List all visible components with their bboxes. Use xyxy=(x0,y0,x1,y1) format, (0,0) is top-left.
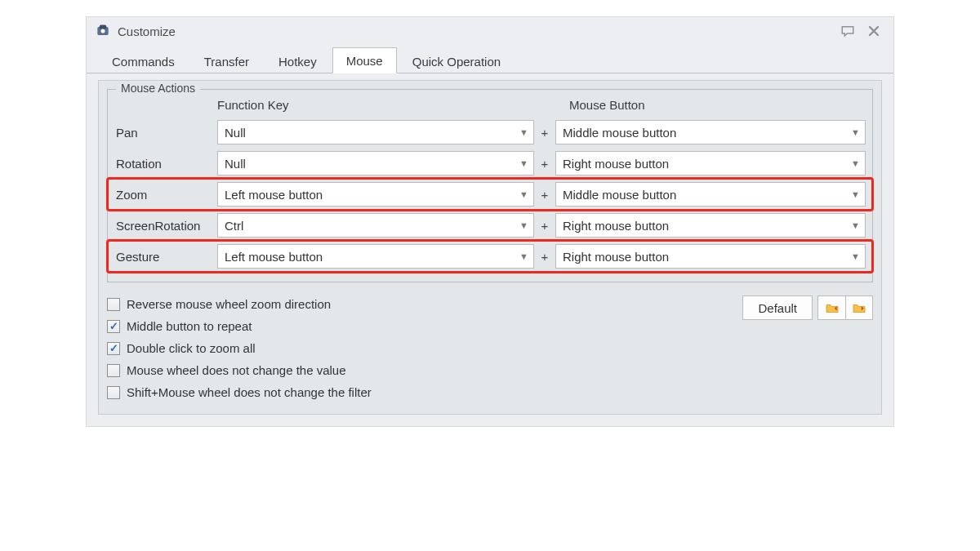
column-headers: Function Key Mouse Button xyxy=(108,95,872,117)
row-label: Zoom xyxy=(113,188,217,202)
export-button[interactable] xyxy=(845,295,873,320)
titlebar: Customize xyxy=(87,17,893,43)
reverse-wheel-checkbox[interactable] xyxy=(107,298,120,311)
plus-label: + xyxy=(534,126,555,140)
wheel-no-value-label: Mouse wheel does not change the value xyxy=(127,363,346,377)
header-mouse-button: Mouse Button xyxy=(564,98,866,112)
close-button[interactable] xyxy=(862,22,885,40)
plus-label: + xyxy=(534,219,555,233)
tab-bar: Commands Transfer Hotkey Mouse Quick Ope… xyxy=(87,43,893,73)
zoom-function-key-select[interactable]: Left mouse button ▼ xyxy=(217,182,534,207)
folder-export-icon xyxy=(852,302,866,313)
row-screenrotation: ScreenRotation Ctrl ▼ + Right mouse butt… xyxy=(108,210,872,241)
chevron-down-icon: ▼ xyxy=(519,189,528,199)
plus-label: + xyxy=(534,250,555,264)
pan-mouse-button-select[interactable]: Middle mouse button ▼ xyxy=(555,120,866,144)
row-rotation: Rotation Null ▼ + Right mouse button ▼ xyxy=(108,148,872,179)
option-wheel-no-value-row: Mouse wheel does not change the value xyxy=(107,363,873,377)
screenrotation-function-key-select[interactable]: Ctrl ▼ xyxy=(217,213,534,238)
rotation-function-key-select[interactable]: Null ▼ xyxy=(217,151,534,176)
mouse-panel: Mouse Actions Function Key Mouse Button … xyxy=(98,80,882,415)
tab-transfer[interactable]: Transfer xyxy=(190,48,263,73)
chevron-down-icon: ▼ xyxy=(851,189,860,199)
chevron-down-icon: ▼ xyxy=(851,127,860,137)
option-double-click-zoom-row: Double click to zoom all xyxy=(107,341,873,355)
plus-label: + xyxy=(534,157,555,171)
chevron-down-icon: ▼ xyxy=(851,158,860,168)
rotation-mouse-button-select[interactable]: Right mouse button ▼ xyxy=(555,151,866,176)
row-label: ScreenRotation xyxy=(113,219,217,233)
chevron-down-icon: ▼ xyxy=(851,220,860,230)
middle-repeat-label: Middle button to repeat xyxy=(127,319,252,333)
app-icon xyxy=(95,23,111,39)
tab-hotkey[interactable]: Hotkey xyxy=(265,48,331,73)
import-button[interactable] xyxy=(817,295,845,320)
chevron-down-icon: ▼ xyxy=(519,220,528,230)
screenrotation-mouse-button-select[interactable]: Right mouse button ▼ xyxy=(555,213,866,238)
svg-rect-1 xyxy=(100,25,106,29)
feedback-button[interactable] xyxy=(836,22,859,40)
tab-mouse[interactable]: Mouse xyxy=(332,47,397,73)
option-middle-repeat-row: Middle button to repeat xyxy=(107,319,873,333)
mouse-actions-fieldset: Mouse Actions Function Key Mouse Button … xyxy=(107,89,873,282)
option-reverse-wheel-row: Reverse mouse wheel zoom direction Defau… xyxy=(107,297,873,311)
double-click-zoom-checkbox[interactable] xyxy=(107,342,120,355)
folder-import-icon xyxy=(825,302,840,313)
chevron-down-icon: ▼ xyxy=(851,251,860,261)
pan-function-key-select[interactable]: Null ▼ xyxy=(217,120,534,144)
row-gesture: Gesture Left mouse button ▼ + Right mous… xyxy=(108,241,872,272)
gesture-function-key-select[interactable]: Left mouse button ▼ xyxy=(217,244,534,269)
row-label: Pan xyxy=(113,126,217,140)
shift-wheel-no-filter-checkbox[interactable] xyxy=(107,386,120,399)
right-buttons: Default xyxy=(742,295,873,320)
middle-repeat-checkbox[interactable] xyxy=(107,320,120,333)
row-label: Rotation xyxy=(113,157,217,171)
header-function-key: Function Key xyxy=(212,98,543,112)
gesture-mouse-button-select[interactable]: Right mouse button ▼ xyxy=(555,244,866,269)
tab-quick-operation[interactable]: Quick Operation xyxy=(399,48,514,73)
reverse-wheel-label: Reverse mouse wheel zoom direction xyxy=(127,297,331,311)
customize-window: Customize Commands Transfer Hotkey Mouse… xyxy=(86,16,894,427)
row-label: Gesture xyxy=(113,250,217,264)
zoom-mouse-button-select[interactable]: Middle mouse button ▼ xyxy=(555,182,866,207)
plus-label: + xyxy=(534,188,555,202)
tab-commands[interactable]: Commands xyxy=(98,48,189,73)
row-pan: Pan Null ▼ + Middle mouse button ▼ xyxy=(108,117,872,148)
double-click-zoom-label: Double click to zoom all xyxy=(127,341,256,355)
chevron-down-icon: ▼ xyxy=(519,127,528,137)
wheel-no-value-checkbox[interactable] xyxy=(107,364,120,377)
window-title: Customize xyxy=(118,24,833,38)
mouse-actions-legend: Mouse Actions xyxy=(116,82,200,95)
chevron-down-icon: ▼ xyxy=(519,251,528,261)
chevron-down-icon: ▼ xyxy=(519,158,528,168)
options-list: Reverse mouse wheel zoom direction Defau… xyxy=(99,291,881,414)
option-shift-wheel-no-filter-row: Shift+Mouse wheel does not change the fi… xyxy=(107,385,873,399)
svg-point-2 xyxy=(101,29,105,33)
default-button[interactable]: Default xyxy=(742,295,813,320)
row-zoom: Zoom Left mouse button ▼ + Middle mouse … xyxy=(108,179,872,210)
shift-wheel-no-filter-label: Shift+Mouse wheel does not change the fi… xyxy=(127,385,372,399)
